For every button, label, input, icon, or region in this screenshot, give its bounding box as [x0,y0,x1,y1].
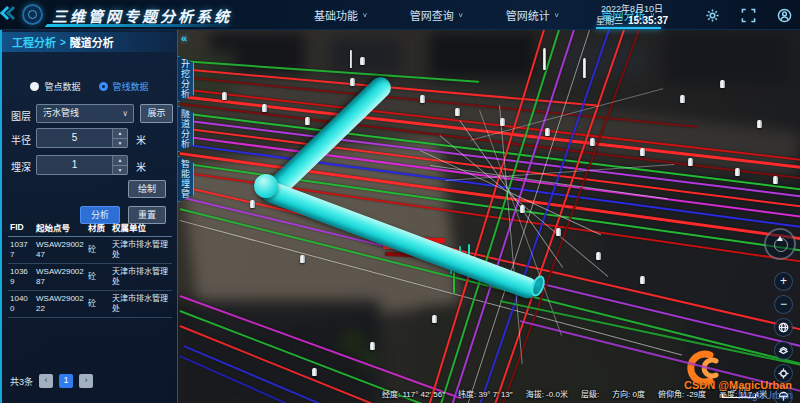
watermark-subtext: MagicUrban [684,390,792,401]
title-underline [45,24,238,27]
radius-value: 5 [37,129,112,147]
tab-label: 智能埋管 [179,159,192,199]
manhole-point [305,117,310,125]
menu-label: 管网统计 [506,7,550,23]
breadcrumb-parent[interactable]: 工程分析 [12,34,56,50]
header-icons [704,0,792,30]
user-icon[interactable] [776,7,792,23]
manhole-point [543,48,546,70]
step-down-icon[interactable]: ▼ [113,166,127,175]
radio-off-icon [30,82,39,91]
analysis-panel: 工程分析 > 隧道分析 管点数据 管线数据 图层 污水管线 ∨ 展示 半径 [0,30,178,403]
manhole-point [300,255,305,263]
radio-on-icon [99,82,108,91]
radius-unit: 米 [136,132,146,147]
radius-input[interactable]: 5 ▲ ▼ [36,128,128,148]
layers-icon[interactable] [774,341,793,360]
depth-input[interactable]: 1 ▲ ▼ [36,155,128,175]
radius-row: 半径 5 ▲ ▼ 米 [2,128,177,148]
chevron-down-icon: ∨ [554,11,560,18]
tab-excavation-analysis[interactable]: 开挖分析 [178,56,194,102]
tab-tunnel-analysis[interactable]: 隧道分析 [178,106,194,152]
manhole-point [688,158,693,166]
settings-icon[interactable] [704,7,720,23]
status-level: 层级: [581,388,599,399]
chevron-down-icon: ∨ [362,11,368,18]
tab-label: 开挖分析 [179,59,192,99]
col-owner: 权属单位 [110,218,172,237]
manhole-point [350,78,355,86]
table-row[interactable]: 10400WSAW2900222 砼天津市排水管理处 [8,291,172,318]
app-title: 三维管网专题分析系统 [52,5,232,26]
top-bar: 三维管网专题分析系统 基础功能 ∨ 管网查询 ∨ 管网统计 ∨ 管网分析 ∨ 2… [0,0,800,30]
manhole-point [420,95,425,103]
layer-select[interactable]: 污水管线 ∨ [36,104,134,123]
step-down-icon[interactable]: ▼ [113,139,127,148]
breadcrumb: 工程分析 > 隧道分析 [2,32,177,52]
depth-label: 埋深 [11,159,31,174]
manhole-point [757,120,762,128]
table-header-row: FID 起始点号 材质 权属单位 [8,218,172,237]
manhole-point [370,342,375,350]
manhole-point [773,176,778,184]
map-building [665,32,790,84]
manhole-point [680,95,685,103]
pagination: 共3条 ‹ 1 › [10,374,93,388]
menu-pipe-statistics[interactable]: 管网统计 ∨ [492,0,574,30]
radio-line-data[interactable]: 管线数据 [99,80,149,93]
tab-smart-pipe-laying[interactable]: 智能埋管 [178,156,194,202]
step-up-icon[interactable]: ▲ [113,129,127,139]
table-row[interactable]: 10377WSAW2900247 砼天津市排水管理处 [8,237,172,264]
manhole-point [720,80,725,88]
table-row[interactable]: 10369WSAW2900287 砼天津市排水管理处 [8,264,172,291]
manhole-point [262,104,267,112]
radius-label: 半径 [11,132,31,147]
menu-basic-functions[interactable]: 基础功能 ∨ [300,0,382,30]
time-text: 星期三15:35:37 [596,15,668,27]
draw-button[interactable]: 绘制 [128,180,166,198]
breadcrumb-separator: > [60,37,66,48]
radio-label: 管线数据 [113,80,149,93]
status-altitude: 海拔: -0.0米 [526,388,568,399]
radio-point-data[interactable]: 管点数据 [30,80,80,93]
menu-pipe-query[interactable]: 管网查询 ∨ [396,0,478,30]
show-button[interactable]: 展示 [140,104,173,123]
manhole-point [360,57,365,65]
depth-row: 埋深 1 ▲ ▼ 米 [2,155,177,175]
menu-label: 管网查询 [410,7,454,23]
zoom-out-icon[interactable]: − [774,295,793,314]
manhole-point [500,118,505,126]
layer-row: 图层 污水管线 ∨ 展示 [2,104,177,124]
layer-select-value: 污水管线 [43,108,79,118]
manhole-point [590,138,595,146]
status-direction: 方向: 0度 [612,388,645,399]
page-number-button[interactable]: 1 [59,374,73,388]
depth-value: 1 [37,156,112,174]
manhole-point [640,148,645,156]
tab-label: 隧道分析 [179,109,192,149]
zoom-in-icon[interactable]: + [774,272,793,291]
fullscreen-icon[interactable] [740,7,756,23]
watermark: CSDN @MagicUrban MagicUrban [684,379,792,401]
manhole-point [350,50,352,68]
status-latitude: 纬度: 39° 7′ 13″ [458,388,513,399]
manhole-point [520,205,525,213]
page-prev-button[interactable]: ‹ [39,374,53,388]
breadcrumb-current: 隧道分析 [70,34,114,50]
manhole-point [596,252,601,260]
chevron-down-icon: ∨ [458,11,464,18]
manhole-point [556,228,561,236]
manhole-point [545,128,550,136]
manhole-point [432,315,437,323]
col-start-point: 起始点号 [34,218,86,237]
page-next-button[interactable]: › [79,374,93,388]
manhole-point [312,368,317,376]
compass-widget[interactable] [764,228,796,260]
step-up-icon[interactable]: ▲ [113,156,127,166]
status-longitude: 经度: 117° 42′ 56″ [382,388,445,399]
panel-collapse-button[interactable]: « [181,32,187,44]
manhole-point [640,276,645,284]
manhole-point [222,92,227,100]
chevron-down-icon: ∨ [122,105,128,122]
globe-icon[interactable] [774,318,793,337]
